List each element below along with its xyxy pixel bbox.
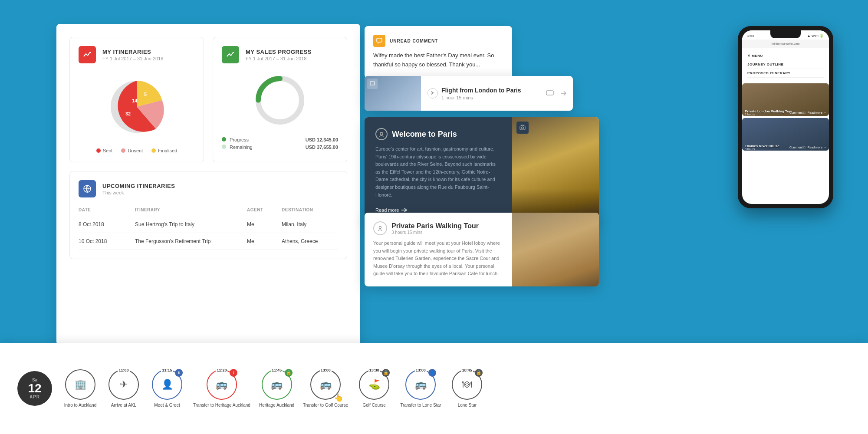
tl-icon-intro: 🏢: [75, 379, 86, 390]
tour-text-panel: Private Paris Walking Tour 3 hours 15 mi…: [365, 213, 512, 286]
row1-date: 8 Oct 2018: [79, 221, 135, 227]
paris-content: Welcome to Paris Europe's center for art…: [365, 117, 599, 224]
svg-rect-10: [370, 82, 375, 85]
phone-time: 2:54: [747, 34, 754, 38]
my-itineraries-subtitle: FY 1 Jul 2017 – 31 Jun 2018: [102, 56, 163, 61]
paris-readmore[interactable]: Read more: [375, 207, 501, 213]
svg-point-17: [379, 227, 381, 229]
phone-card-2-image: Thames River Cruise 3 hours Comment □ Re…: [742, 118, 829, 151]
my-sales-header: MY SALES PROGRESS FY 1 Jul 2017 – 31 Jun…: [222, 46, 338, 63]
row2-itinerary: The Fergusson's Retirement Trip: [135, 238, 247, 244]
tour-description: Your personal guide will meet you at you…: [373, 240, 503, 278]
tl-label-golf: Golf Course: [363, 402, 386, 408]
tl-badge-meet: 8: [175, 369, 183, 377]
tl-label-lonestar: Lone Star: [458, 402, 477, 408]
tour-subtitle: 3 hours 15 mins: [391, 230, 479, 235]
legend-unsent: Unsent: [121, 148, 143, 153]
phone-screen: 2:54 ▲ WiFi 🔋 minim.tourwriter.com ✕ MEN…: [742, 30, 829, 204]
timeline-item-heritage[interactable]: 11:45 🚌 🔒 Heritage Auckland: [259, 369, 294, 408]
timeline-item-transfer2[interactable]: 13:00 🚌 👆 Transfer to Golf Course: [303, 369, 348, 408]
phone-wrapper: 2:54 ▲ WiFi 🔋 minim.tourwriter.com ✕ MEN…: [738, 26, 833, 208]
tl-icon-heritage: 🚌: [271, 379, 283, 390]
tl-circle-meet: 11:15 👤 8: [152, 369, 182, 400]
upcoming-subtitle: This week: [102, 190, 175, 195]
tl-icon-transfer3: 🚌: [415, 379, 427, 390]
phone-card-2-comment[interactable]: Comment □: [789, 146, 806, 149]
tour-title: Private Paris Walking Tour: [391, 222, 479, 230]
my-sales-title: MY SALES PROGRESS: [246, 49, 312, 55]
comment-label: UNREAD COMMENT: [373, 35, 503, 47]
progress-dot-green: [222, 137, 226, 141]
flight-card-icon: [367, 79, 378, 89]
phone-card-1[interactable]: Private London Walking Tour 2 hours Comm…: [742, 83, 829, 116]
phone-card-2-actions: Comment □ Read more →: [789, 146, 826, 149]
upcoming-title: UPCOMING ITINERARIES: [102, 183, 175, 189]
phone-menu-label[interactable]: ✕ MENU: [747, 52, 824, 60]
phone-notch: [770, 30, 801, 38]
phone-icons: ▲ WiFi 🔋: [807, 34, 824, 38]
row2-date: 10 Oct 2018: [79, 238, 135, 244]
arrow-right-icon[interactable]: [560, 90, 566, 96]
phone-card-2-readmore[interactable]: Read more →: [807, 146, 826, 149]
svg-rect-15: [520, 126, 525, 130]
timeline-item-lonestar[interactable]: 18:45 🍽 🔒 Lone Star: [450, 369, 484, 408]
tl-label-akl: Arrive at AKL: [111, 402, 136, 408]
timeline-items: 🏢 Intro to Auckland 11:00 ✈ Arrive at AK…: [63, 369, 851, 408]
tl-time-heritage: 11:45: [271, 368, 283, 372]
tl-label-heritage: Heritage Auckland: [259, 402, 294, 408]
legend-sent: Sent: [96, 148, 113, 153]
tl-circle-intro: 🏢: [65, 369, 95, 400]
date-month: APR: [30, 395, 40, 399]
svg-line-9: [378, 43, 378, 43]
row1-itinerary: Sue Hertzog's Trip to Italy: [135, 221, 247, 227]
tl-circle-heritage: 11:45 🚌 🔒: [262, 369, 292, 400]
flight-card: Flight from London to Paris 1 hour 15 mi…: [365, 76, 573, 111]
phone-card-2[interactable]: Thames River Cruise 3 hours Comment □ Re…: [742, 118, 829, 151]
timeline-item-akl[interactable]: 11:00 ✈ Arrive at AKL: [106, 369, 141, 408]
top-sections: MY ITINERARIES FY 1 Jul 2017 – 31 Jun 20…: [69, 37, 347, 162]
tl-badge-heritage: 🔒: [285, 369, 293, 377]
phone-url-bar: minim.tourwriter.com: [742, 39, 829, 48]
tl-label-transfer2: Transfer to Golf Course: [303, 402, 348, 408]
timeline-item-transfer3[interactable]: 13:00 🚌 👤 Transfer to Lone Star: [400, 369, 441, 408]
tour-card: Private Paris Walking Tour 3 hours 15 mi…: [365, 213, 599, 286]
tl-label-intro: Intro to Auckland: [64, 402, 97, 408]
tl-time-lonestar: 18:45: [461, 368, 473, 372]
paris-icon-circle: [375, 128, 388, 140]
my-sales-subtitle: FY 1 Jul 2017 – 31 Jun 2018: [246, 56, 312, 61]
tl-badge-transfer3: 👤: [428, 369, 436, 377]
flight-row: Flight from London to Paris 1 hour 15 mi…: [365, 76, 573, 111]
phone-card-1-readmore[interactable]: Read more →: [807, 111, 826, 114]
donut-chart-container: [222, 70, 338, 131]
tl-label-transfer3: Transfer to Lone Star: [400, 402, 441, 408]
legend-unsent-dot: [121, 148, 125, 153]
timeline-item-meet[interactable]: 11:15 👤 8 Meet & Greet: [150, 369, 184, 408]
table-row[interactable]: 8 Oct 2018 Sue Hertzog's Trip to Italy M…: [79, 216, 338, 233]
flight-duration: 1 hour 15 mins: [441, 95, 521, 100]
flight-image: [365, 76, 421, 111]
tl-time-transfer3: 13:00: [415, 368, 427, 372]
pie-chart: 32 5 14: [102, 72, 171, 141]
paris-text-panel: Welcome to Paris Europe's center for art…: [365, 117, 512, 224]
flight-title-row: Flight from London to Paris 1 hour 15 mi…: [427, 87, 533, 100]
svg-point-13: [380, 132, 383, 135]
phone-menu-journey[interactable]: JOURNEY OUTLINE: [747, 60, 824, 69]
upcoming-header: UPCOMING ITINERARIES This week: [79, 180, 338, 197]
date-badge: Sa 12 APR: [17, 371, 52, 406]
table-row[interactable]: 10 Oct 2018 The Fergusson's Retirement T…: [79, 233, 338, 250]
tl-badge-golf: 🔒: [382, 369, 390, 377]
legend-sent-dot: [96, 148, 101, 153]
timeline-item-golf[interactable]: 13:30 ⛳ 🔒 Golf Course: [357, 369, 391, 408]
comment-action-icon[interactable]: [546, 90, 554, 96]
phone-card-1-comment[interactable]: Comment □: [789, 111, 806, 114]
tl-circle-transfer3: 13:00 🚌 👤: [405, 369, 436, 400]
comment-icon: [373, 35, 385, 47]
phone-menu-itinerary[interactable]: PROPOSED ITINERARY: [747, 69, 824, 78]
timeline-item-intro[interactable]: 🏢 Intro to Auckland: [63, 369, 98, 408]
timeline-item-transfer1[interactable]: 11:20 🚌 ! Transfer to Heritage Auckland: [193, 369, 250, 408]
tl-circle-lonestar: 18:45 🍽 🔒: [452, 369, 482, 400]
phone-frame: 2:54 ▲ WiFi 🔋 minim.tourwriter.com ✕ MEN…: [738, 26, 833, 208]
remaining-row: Remaining USD 37,655.00: [222, 145, 338, 150]
tl-icon-lonestar: 🍽: [462, 379, 472, 390]
flight-actions: [539, 86, 573, 101]
